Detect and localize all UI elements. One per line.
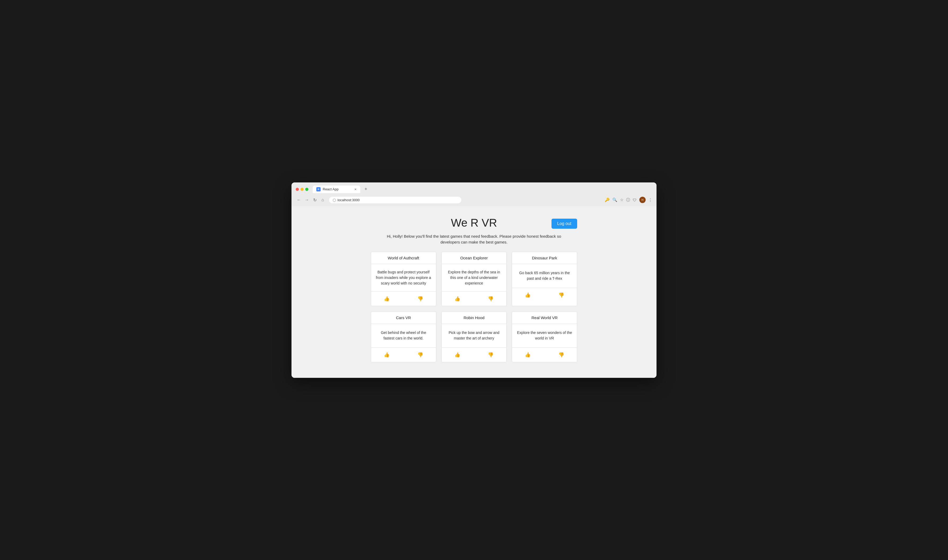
title-bar: R React App × + (291, 182, 657, 195)
address-bar: ← → ↻ ⌂ ◯ localhost:3000 🔑 🔍 ☆ ⓘ 🛡 H ⋮ (291, 195, 657, 206)
traffic-light-yellow[interactable] (300, 188, 304, 191)
game-description-ocean-explorer: Explore the depths of the sea in this on… (442, 264, 506, 292)
star-icon[interactable]: ☆ (620, 197, 623, 202)
zoom-icon[interactable]: 🔍 (613, 197, 617, 202)
new-tab-button[interactable]: + (362, 186, 369, 192)
game-actions-robin-hood: 👍 👎 (442, 348, 506, 362)
game-card-dinosaur-park: Dinosaur Park Go back 65 million years i… (512, 252, 577, 306)
info-icon[interactable]: ⓘ (626, 197, 630, 203)
thumbs-up-icon-world-of-authcraft: 👍 (384, 296, 389, 302)
game-card-ocean-explorer: Ocean Explorer Explore the depths of the… (442, 252, 507, 306)
home-button[interactable]: ⌂ (320, 197, 326, 202)
game-card-robin-hood: Robin Hood Pick up the bow and arrow and… (442, 311, 507, 362)
game-description-cars-vr: Get behind the wheel of the fastest cars… (371, 324, 436, 348)
url-lock-icon: ◯ (333, 198, 336, 202)
game-title-robin-hood: Robin Hood (442, 312, 506, 324)
game-card-real-world-vr: Real World VR Explore the seven wonders … (512, 311, 577, 362)
thumbs-down-button-real-world-vr[interactable]: 👎 (556, 351, 566, 359)
browser-chrome: R React App × + ← → ↻ ⌂ ◯ localhost:3000… (291, 182, 657, 206)
thumbs-down-button-robin-hood[interactable]: 👎 (486, 351, 496, 359)
forward-button[interactable]: → (304, 197, 310, 202)
game-title-world-of-authcraft: World of Authcraft (371, 252, 436, 264)
key-icon[interactable]: 🔑 (605, 197, 610, 202)
page-content: We R VR Log out Hi, Holly! Below you'll … (291, 206, 657, 378)
browser-tab[interactable]: R React App × (312, 186, 360, 193)
tab-title: React App (323, 187, 339, 191)
thumbs-up-icon-ocean-explorer: 👍 (454, 296, 460, 302)
thumbs-up-icon-cars-vr: 👍 (384, 352, 389, 357)
game-actions-ocean-explorer: 👍 👎 (442, 292, 506, 306)
url-bar[interactable]: ◯ localhost:3000 (329, 197, 461, 203)
user-avatar[interactable]: H (639, 197, 646, 203)
app-title: We R VR (371, 217, 577, 229)
thumbs-down-icon-real-world-vr: 👎 (559, 352, 564, 357)
game-description-real-world-vr: Explore the seven wonders of the world i… (512, 324, 577, 348)
game-description-world-of-authcraft: Battle bugs and protect yourself from in… (371, 264, 436, 292)
app-container: We R VR Log out Hi, Holly! Below you'll … (371, 217, 577, 362)
tab-close-button[interactable]: × (354, 187, 357, 191)
traffic-light-green[interactable] (305, 188, 308, 191)
traffic-lights (296, 188, 308, 191)
browser-window: R React App × + ← → ↻ ⌂ ◯ localhost:3000… (291, 182, 657, 378)
thumbs-up-button-real-world-vr[interactable]: 👍 (523, 351, 533, 359)
thumbs-down-button-dinosaur-park[interactable]: 👎 (556, 291, 566, 299)
game-description-dinosaur-park: Go back 65 million years in the past and… (512, 264, 577, 288)
game-title-ocean-explorer: Ocean Explorer (442, 252, 506, 264)
logout-button[interactable]: Log out (551, 218, 577, 229)
game-title-real-world-vr: Real World VR (512, 312, 577, 324)
thumbs-down-button-ocean-explorer[interactable]: 👎 (486, 295, 496, 303)
thumbs-down-icon-robin-hood: 👎 (488, 352, 494, 357)
back-button[interactable]: ← (296, 197, 302, 202)
thumbs-up-button-robin-hood[interactable]: 👍 (452, 351, 462, 359)
thumbs-down-icon-dinosaur-park: 👎 (559, 292, 564, 298)
traffic-light-red[interactable] (296, 188, 299, 191)
thumbs-up-icon-dinosaur-park: 👍 (525, 292, 531, 298)
tab-favicon: R (316, 187, 320, 191)
nav-buttons: ← → ↻ ⌂ (296, 197, 326, 203)
game-actions-real-world-vr: 👍 👎 (512, 348, 577, 362)
thumbs-up-button-cars-vr[interactable]: 👍 (382, 351, 392, 359)
app-header: We R VR Log out Hi, Holly! Below you'll … (371, 217, 577, 245)
welcome-message: Hi, Holly! Below you'll find the latest … (382, 234, 566, 245)
shield-icon[interactable]: 🛡 (633, 198, 637, 202)
thumbs-down-icon-cars-vr: 👎 (417, 352, 423, 357)
thumbs-down-button-world-of-authcraft[interactable]: 👎 (415, 295, 425, 303)
thumbs-up-button-dinosaur-park[interactable]: 👍 (523, 291, 533, 299)
game-description-robin-hood: Pick up the bow and arrow and master the… (442, 324, 506, 348)
game-card-world-of-authcraft: World of Authcraft Battle bugs and prote… (371, 252, 436, 306)
game-actions-cars-vr: 👍 👎 (371, 348, 436, 362)
game-actions-dinosaur-park: 👍 👎 (512, 288, 577, 302)
thumbs-down-icon-ocean-explorer: 👎 (488, 296, 494, 302)
toolbar-right: 🔑 🔍 ☆ ⓘ 🛡 H ⋮ (605, 197, 652, 203)
game-actions-world-of-authcraft: 👍 👎 (371, 292, 436, 306)
game-card-cars-vr: Cars VR Get behind the wheel of the fast… (371, 311, 436, 362)
reload-button[interactable]: ↻ (312, 197, 318, 203)
games-grid: World of Authcraft Battle bugs and prote… (371, 252, 577, 362)
game-title-dinosaur-park: Dinosaur Park (512, 252, 577, 264)
menu-icon[interactable]: ⋮ (648, 197, 652, 202)
thumbs-up-icon-robin-hood: 👍 (454, 352, 460, 357)
thumbs-up-button-world-of-authcraft[interactable]: 👍 (382, 295, 392, 303)
url-text: localhost:3000 (337, 198, 360, 202)
thumbs-up-button-ocean-explorer[interactable]: 👍 (452, 295, 462, 303)
thumbs-down-icon-world-of-authcraft: 👎 (417, 296, 423, 302)
thumbs-down-button-cars-vr[interactable]: 👎 (415, 351, 425, 359)
thumbs-up-icon-real-world-vr: 👍 (525, 352, 531, 357)
game-title-cars-vr: Cars VR (371, 312, 436, 324)
